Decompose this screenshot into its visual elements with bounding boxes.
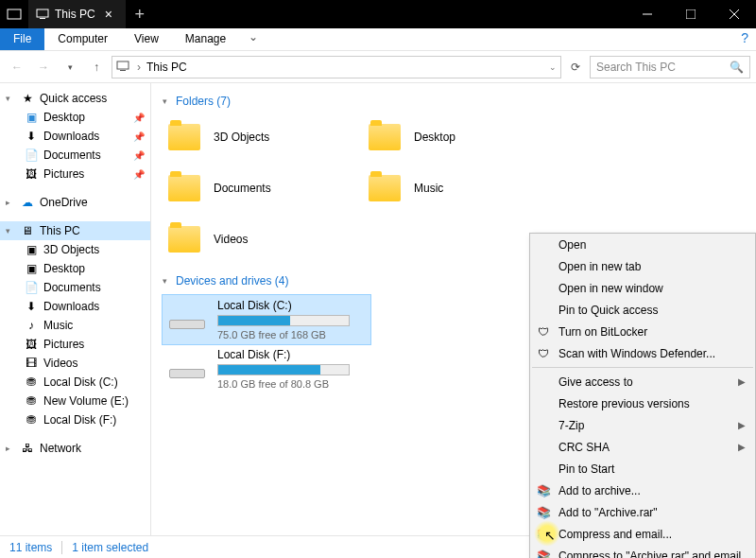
svg-rect-4 xyxy=(686,9,696,19)
breadcrumb[interactable]: This PC xyxy=(146,61,187,74)
folder-icon: 🎞 xyxy=(23,357,40,370)
nav-item-label: New Volume (E:) xyxy=(43,394,129,408)
drive-label: Local Disk (C:) xyxy=(217,299,367,312)
close-tab-icon[interactable]: × xyxy=(101,7,116,22)
context-menu-item[interactable]: 🛡Scan with Windows Defender... xyxy=(530,342,755,364)
nav-item-label: Videos xyxy=(43,357,77,370)
menu-item-label: 7-Zip xyxy=(558,419,584,432)
ribbon-expand-icon[interactable]: ⌄ xyxy=(239,28,267,50)
context-menu-item[interactable]: Pin to Quick access xyxy=(530,299,755,321)
nav-item[interactable]: ⛃New Volume (E:) xyxy=(0,392,150,410)
context-menu-item[interactable]: 📚Add to "Archive.rar" xyxy=(530,501,755,523)
nav-pictures[interactable]: 🖼Pictures📌 xyxy=(0,165,150,183)
nav-desktop[interactable]: ▣Desktop📌 xyxy=(0,108,150,127)
up-button[interactable]: ↑ xyxy=(85,56,108,78)
folder-icon xyxy=(164,168,204,208)
nav-item[interactable]: ⛃Local Disk (C:) xyxy=(0,373,150,392)
folders-section-header[interactable]: ▾Folders (7) xyxy=(163,95,745,108)
drive-item[interactable]: Local Disk (F:)18.0 GB free of 80.8 GB xyxy=(163,344,370,393)
nav-item[interactable]: 📄Documents xyxy=(0,278,150,297)
folder-label: Documents xyxy=(214,182,271,195)
search-input[interactable]: Search This PC 🔍 xyxy=(590,56,750,78)
forward-button[interactable]: → xyxy=(32,56,55,78)
drive-item[interactable]: Local Disk (C:)75.0 GB free of 168 GB xyxy=(163,295,370,344)
nav-downloads[interactable]: ⬇Downloads📌 xyxy=(0,127,150,146)
context-menu-item[interactable]: Open in new tab xyxy=(530,255,755,277)
new-tab-button[interactable]: + xyxy=(126,5,154,25)
chevron-right-icon[interactable]: › xyxy=(137,61,141,74)
menu-item-label: Open in new window xyxy=(558,282,663,295)
help-icon[interactable]: ? xyxy=(733,28,756,50)
context-menu-item[interactable]: Open in new window xyxy=(530,277,755,299)
folder-item[interactable]: Music xyxy=(363,166,552,210)
maximize-button[interactable] xyxy=(669,0,713,28)
search-placeholder: Search This PC xyxy=(596,61,676,74)
ribbon-tab-manage[interactable]: Manage xyxy=(172,28,239,50)
bitlocker-icon: 🛡 xyxy=(536,324,551,340)
refresh-button[interactable]: ⟳ xyxy=(565,61,586,74)
nav-documents[interactable]: 📄Documents📌 xyxy=(0,146,150,165)
pin-icon: 📌 xyxy=(133,169,145,180)
nav-item[interactable]: 🖼Pictures xyxy=(0,335,150,354)
ribbon-file-tab[interactable]: File xyxy=(0,28,44,50)
close-window-button[interactable] xyxy=(713,0,756,28)
ribbon-tab-computer[interactable]: Computer xyxy=(44,28,121,50)
ribbon-tab-view[interactable]: View xyxy=(121,28,172,50)
menu-item-label: Give access to xyxy=(558,375,633,389)
folder-icon xyxy=(365,168,404,208)
nav-item[interactable]: ⬇Downloads xyxy=(0,297,150,316)
context-menu-item[interactable]: CRC SHA▶ xyxy=(530,436,755,458)
chevron-right-icon: ▶ xyxy=(738,376,746,387)
folder-label: Music xyxy=(414,182,443,195)
menu-item-label: CRC SHA xyxy=(558,441,610,454)
nav-onedrive[interactable]: ▸☁OneDrive xyxy=(0,193,150,212)
pc-icon xyxy=(36,8,49,21)
archive-icon: 📚 xyxy=(536,505,551,520)
folder-item[interactable]: 3D Objects xyxy=(163,115,352,159)
folder-item[interactable]: Videos xyxy=(163,218,352,261)
recent-locations-icon[interactable]: ▾ xyxy=(59,56,81,78)
selection-count: 1 item selected xyxy=(72,541,148,554)
context-menu-item[interactable]: 📚Compress to "Archive.rar" and email xyxy=(530,545,755,558)
nav-network[interactable]: ▸🖧Network xyxy=(0,439,150,458)
nav-item-label: Documents xyxy=(43,281,101,294)
nav-item[interactable]: ♪Music xyxy=(0,316,150,335)
context-menu-item[interactable]: Open xyxy=(530,234,755,255)
minimize-button[interactable] xyxy=(626,0,669,28)
address-bar[interactable]: › This PC ⌄ xyxy=(112,56,561,78)
nav-quick-access[interactable]: ▾★Quick access xyxy=(0,89,150,108)
folder-item[interactable]: Desktop xyxy=(363,115,552,159)
app-icon xyxy=(0,7,28,22)
context-menu-item[interactable]: Give access to▶ xyxy=(530,371,755,392)
nav-this-pc[interactable]: ▾🖥This PC xyxy=(0,221,150,240)
folder-icon: ⛃ xyxy=(23,375,40,389)
menu-item-label: Add to archive... xyxy=(558,484,641,497)
drive-label: Local Disk (F:) xyxy=(217,348,367,361)
context-menu-item[interactable]: Restore previous versions xyxy=(530,392,755,414)
back-button[interactable]: ← xyxy=(6,56,28,78)
svg-rect-8 xyxy=(120,70,126,71)
pin-icon: 📌 xyxy=(133,131,145,142)
context-menu-item[interactable]: 📚Add to archive... xyxy=(530,480,755,501)
downloads-icon: ⬇ xyxy=(23,130,40,143)
nav-item[interactable]: 🎞Videos xyxy=(0,354,150,373)
address-dropdown-icon[interactable]: ⌄ xyxy=(549,62,557,72)
drive-free-text: 18.0 GB free of 80.8 GB xyxy=(217,378,367,390)
navigation-pane: ▾★Quick access ▣Desktop📌 ⬇Downloads📌 📄Do… xyxy=(0,83,151,535)
nav-item-label: Local Disk (F:) xyxy=(43,413,116,427)
folder-icon xyxy=(365,117,404,157)
context-menu-item[interactable]: Pin to Start xyxy=(530,458,755,480)
context-menu-item[interactable]: 🛡Turn on BitLocker xyxy=(530,321,755,342)
window-tab[interactable]: This PC × xyxy=(28,0,126,28)
nav-item[interactable]: ⛃Local Disk (F:) xyxy=(0,410,150,429)
nav-item[interactable]: ▣3D Objects xyxy=(0,240,150,259)
folder-label: Videos xyxy=(214,233,248,246)
pc-icon xyxy=(116,60,131,75)
context-menu-item[interactable]: 📚Compress and email... xyxy=(530,523,755,545)
menu-item-label: Compress to "Archive.rar" and email xyxy=(558,549,741,559)
folder-item[interactable]: Documents xyxy=(163,166,352,210)
context-menu-item[interactable]: 7-Zip▶ xyxy=(530,414,755,436)
nav-item[interactable]: ▣Desktop xyxy=(0,259,150,278)
tab-title: This PC xyxy=(55,8,95,21)
chevron-right-icon: ▶ xyxy=(738,442,746,452)
